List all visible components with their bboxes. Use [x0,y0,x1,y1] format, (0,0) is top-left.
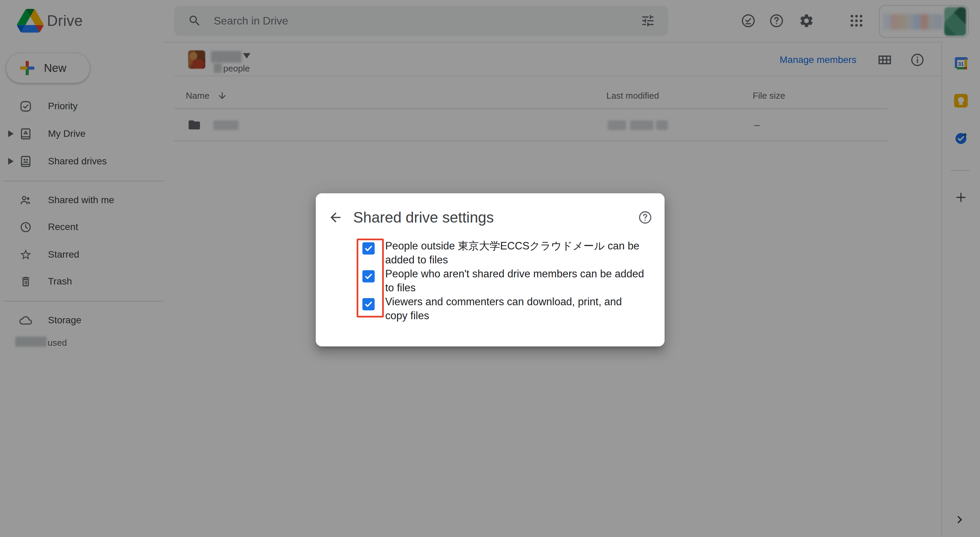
dialog-options-list: People outside 東京大学ECCSクラウドメール can be ad… [385,239,644,323]
google-drive-app: Drive Search in Drive [0,0,980,537]
option-label-download-print-copy: Viewers and commenters can download, pri… [385,295,644,323]
red-annotation-highlight [356,239,384,317]
dialog-title: Shared drive settings [353,209,494,226]
shared-drive-settings-dialog: Shared drive settings People outside 東京大… [316,193,665,346]
option-label-non-members: People who aren't shared drive members c… [385,267,644,295]
back-arrow-icon[interactable] [328,210,343,225]
option-label-outside-org: People outside 東京大学ECCSクラウドメール can be ad… [385,239,644,267]
dialog-help-icon[interactable] [638,210,653,225]
